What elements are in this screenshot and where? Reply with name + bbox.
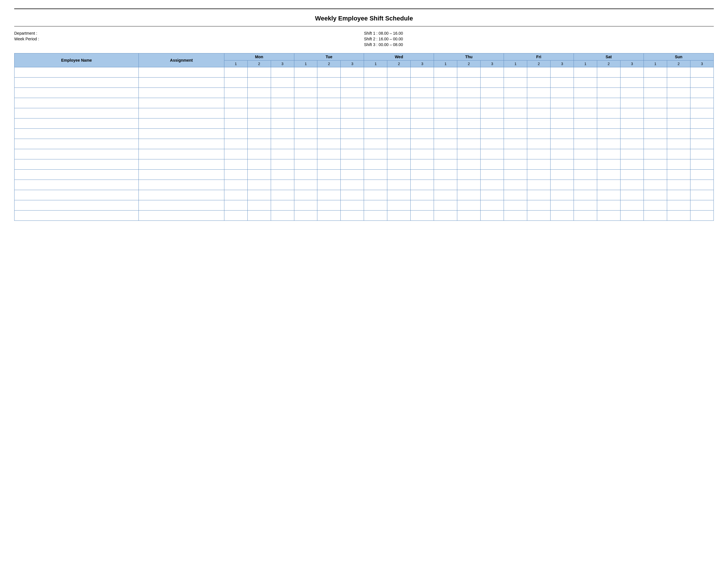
- shift-cell[interactable]: [527, 139, 551, 149]
- assignment-cell[interactable]: [139, 149, 224, 159]
- shift-cell[interactable]: [551, 78, 574, 88]
- shift-cell[interactable]: [574, 88, 597, 98]
- shift-cell[interactable]: [527, 108, 551, 119]
- shift-cell[interactable]: [434, 149, 457, 159]
- shift-cell[interactable]: [597, 108, 620, 119]
- shift-cell[interactable]: [387, 88, 411, 98]
- assignment-cell[interactable]: [139, 108, 224, 119]
- shift-cell[interactable]: [527, 67, 551, 78]
- shift-cell[interactable]: [294, 129, 317, 139]
- employee-name-cell[interactable]: [15, 119, 139, 129]
- shift-cell[interactable]: [387, 180, 411, 190]
- shift-cell[interactable]: [574, 98, 597, 108]
- shift-cell[interactable]: [620, 78, 644, 88]
- shift-cell[interactable]: [527, 190, 551, 200]
- shift-cell[interactable]: [224, 108, 247, 119]
- shift-cell[interactable]: [247, 98, 271, 108]
- shift-cell[interactable]: [434, 180, 457, 190]
- shift-cell[interactable]: [387, 98, 411, 108]
- shift-cell[interactable]: [434, 108, 457, 119]
- shift-cell[interactable]: [481, 149, 504, 159]
- shift-cell[interactable]: [667, 88, 690, 98]
- shift-cell[interactable]: [434, 211, 457, 221]
- shift-cell[interactable]: [364, 88, 387, 98]
- shift-cell[interactable]: [667, 200, 690, 211]
- shift-cell[interactable]: [317, 129, 341, 139]
- shift-cell[interactable]: [224, 139, 247, 149]
- shift-cell[interactable]: [271, 170, 294, 180]
- shift-cell[interactable]: [411, 78, 434, 88]
- shift-cell[interactable]: [457, 139, 481, 149]
- shift-cell[interactable]: [551, 170, 574, 180]
- shift-cell[interactable]: [364, 108, 387, 119]
- shift-cell[interactable]: [504, 200, 527, 211]
- shift-cell[interactable]: [690, 88, 713, 98]
- shift-cell[interactable]: [597, 149, 620, 159]
- shift-cell[interactable]: [690, 211, 713, 221]
- shift-cell[interactable]: [247, 108, 271, 119]
- shift-cell[interactable]: [620, 190, 644, 200]
- shift-cell[interactable]: [620, 119, 644, 129]
- shift-cell[interactable]: [317, 159, 341, 170]
- shift-cell[interactable]: [690, 180, 713, 190]
- shift-cell[interactable]: [341, 211, 364, 221]
- shift-cell[interactable]: [527, 78, 551, 88]
- shift-cell[interactable]: [597, 190, 620, 200]
- shift-cell[interactable]: [574, 211, 597, 221]
- employee-name-cell[interactable]: [15, 139, 139, 149]
- shift-cell[interactable]: [690, 129, 713, 139]
- shift-cell[interactable]: [341, 149, 364, 159]
- shift-cell[interactable]: [597, 129, 620, 139]
- shift-cell[interactable]: [364, 98, 387, 108]
- shift-cell[interactable]: [574, 170, 597, 180]
- shift-cell[interactable]: [294, 180, 317, 190]
- shift-cell[interactable]: [294, 200, 317, 211]
- shift-cell[interactable]: [271, 67, 294, 78]
- shift-cell[interactable]: [504, 149, 527, 159]
- assignment-cell[interactable]: [139, 170, 224, 180]
- shift-cell[interactable]: [434, 190, 457, 200]
- shift-cell[interactable]: [364, 211, 387, 221]
- shift-cell[interactable]: [387, 119, 411, 129]
- shift-cell[interactable]: [224, 149, 247, 159]
- shift-cell[interactable]: [597, 119, 620, 129]
- shift-cell[interactable]: [411, 211, 434, 221]
- shift-cell[interactable]: [574, 200, 597, 211]
- shift-cell[interactable]: [574, 190, 597, 200]
- shift-cell[interactable]: [247, 129, 271, 139]
- shift-cell[interactable]: [690, 200, 713, 211]
- shift-cell[interactable]: [574, 119, 597, 129]
- shift-cell[interactable]: [364, 78, 387, 88]
- shift-cell[interactable]: [457, 98, 481, 108]
- shift-cell[interactable]: [387, 211, 411, 221]
- shift-cell[interactable]: [434, 159, 457, 170]
- shift-cell[interactable]: [551, 159, 574, 170]
- shift-cell[interactable]: [644, 180, 667, 190]
- shift-cell[interactable]: [411, 170, 434, 180]
- shift-cell[interactable]: [224, 200, 247, 211]
- shift-cell[interactable]: [551, 119, 574, 129]
- shift-cell[interactable]: [551, 67, 574, 78]
- shift-cell[interactable]: [457, 149, 481, 159]
- shift-cell[interactable]: [317, 119, 341, 129]
- shift-cell[interactable]: [341, 108, 364, 119]
- shift-cell[interactable]: [341, 170, 364, 180]
- shift-cell[interactable]: [294, 98, 317, 108]
- employee-name-cell[interactable]: [15, 149, 139, 159]
- shift-cell[interactable]: [434, 119, 457, 129]
- shift-cell[interactable]: [341, 200, 364, 211]
- shift-cell[interactable]: [690, 139, 713, 149]
- shift-cell[interactable]: [271, 88, 294, 98]
- shift-cell[interactable]: [620, 67, 644, 78]
- shift-cell[interactable]: [620, 139, 644, 149]
- shift-cell[interactable]: [644, 78, 667, 88]
- shift-cell[interactable]: [597, 88, 620, 98]
- shift-cell[interactable]: [457, 88, 481, 98]
- shift-cell[interactable]: [481, 170, 504, 180]
- shift-cell[interactable]: [551, 200, 574, 211]
- shift-cell[interactable]: [620, 108, 644, 119]
- shift-cell[interactable]: [364, 180, 387, 190]
- shift-cell[interactable]: [481, 190, 504, 200]
- shift-cell[interactable]: [411, 149, 434, 159]
- shift-cell[interactable]: [504, 78, 527, 88]
